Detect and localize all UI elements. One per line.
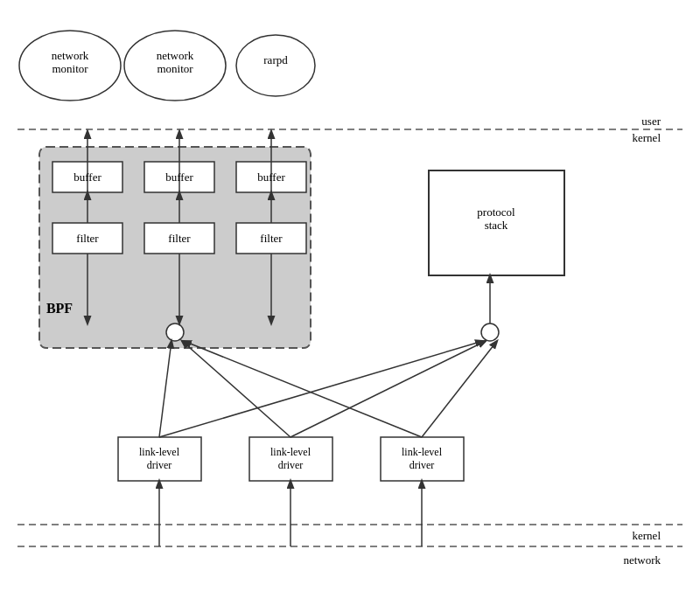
user-label: user <box>641 115 661 128</box>
link-driver-1-label2: driver <box>147 459 172 471</box>
protocol-stack-label: protocol <box>477 205 515 219</box>
network-monitor-1-label2: monitor <box>52 62 88 75</box>
network-monitor-2-label: network <box>157 49 194 62</box>
architecture-svg: network monitor network monitor rarpd bu… <box>0 0 700 612</box>
network-label: network <box>623 553 661 567</box>
filter-2-label: filter <box>168 232 191 245</box>
svg-point-18 <box>481 323 499 341</box>
link-driver-2-label2: driver <box>278 459 304 471</box>
buffer-1-label: buffer <box>74 170 102 184</box>
buffer-2-label: buffer <box>165 170 193 184</box>
link-driver-3-label: link-level <box>402 446 443 458</box>
svg-point-17 <box>166 323 184 341</box>
buffer-3-label: buffer <box>257 170 285 184</box>
link-driver-3-label2: driver <box>410 459 435 471</box>
svg-line-29 <box>159 341 172 437</box>
filter-1-label: filter <box>76 232 99 245</box>
network-monitor-1-label: network <box>52 49 89 62</box>
kernel-top-label: kernel <box>633 131 662 144</box>
kernel-bottom-label: kernel <box>633 529 662 542</box>
svg-line-33 <box>184 341 422 437</box>
bpf-label: BPF <box>46 301 73 316</box>
rarpd-label: rarpd <box>263 53 288 66</box>
protocol-stack-label2: stack <box>485 219 508 232</box>
link-driver-2-label: link-level <box>270 446 312 458</box>
svg-line-31 <box>182 341 290 437</box>
filter-3-label: filter <box>260 232 283 245</box>
network-monitor-2-label2: monitor <box>157 62 193 75</box>
diagram: network monitor network monitor rarpd bu… <box>0 0 700 612</box>
link-driver-1-label: link-level <box>139 446 180 458</box>
